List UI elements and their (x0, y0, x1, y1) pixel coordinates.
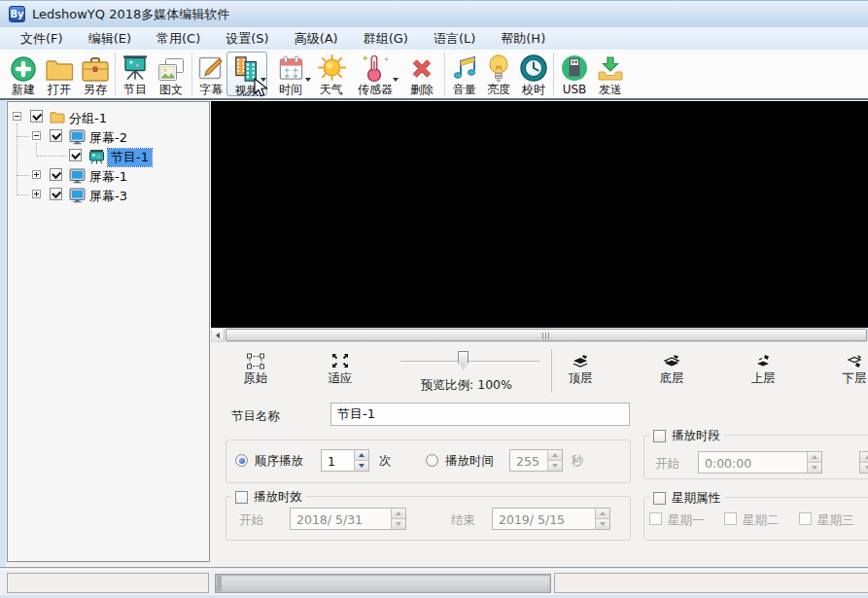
send-button[interactable]: 发送 (593, 52, 628, 96)
tree-checkbox[interactable] (50, 129, 62, 142)
time-sync-button[interactable]: 校时 (516, 52, 551, 96)
tree-item-label-selected[interactable]: 节目-1 (108, 149, 152, 166)
period-start-time-spinner[interactable]: 0:00:00 (698, 451, 822, 474)
monday-checkbox[interactable] (649, 512, 662, 525)
spinner-buttons (860, 452, 868, 473)
volume-button[interactable]: 音量 (447, 52, 482, 96)
preview-horizontal-scrollbar[interactable] (211, 328, 868, 342)
duration-play-label[interactable]: 播放时间 (445, 453, 494, 470)
spin-up-button[interactable] (596, 509, 609, 518)
tree-row-screen[interactable]: 屏幕-1 (8, 167, 207, 185)
menu-advanced[interactable]: 高级(A) (282, 27, 351, 51)
sensor-dropdown-icon[interactable] (393, 78, 399, 82)
tree-item-label[interactable]: 屏幕-3 (89, 188, 127, 205)
tree-checkbox[interactable] (50, 188, 62, 200)
tuesday-checkbox[interactable] (724, 512, 737, 525)
spin-down-button[interactable] (808, 462, 821, 473)
expand-expander-icon[interactable] (32, 190, 41, 198)
menu-language[interactable]: 语言(L) (421, 27, 488, 51)
tree-item-label[interactable]: 屏幕-1 (89, 168, 127, 186)
save-as-button[interactable]: 另存 (78, 52, 113, 96)
tree-checkbox[interactable] (69, 149, 82, 161)
bottom-layer-button[interactable]: 底层 (647, 351, 696, 385)
image-text-button[interactable]: 图文 (154, 52, 189, 96)
open-button[interactable]: 打开 (42, 52, 77, 96)
spin-up-button[interactable] (860, 452, 868, 462)
sequence-play-radio[interactable] (235, 454, 248, 467)
tree-checkbox[interactable] (50, 168, 62, 181)
new-button[interactable]: 新建 (6, 52, 41, 96)
weather-button[interactable]: 天气 (313, 52, 350, 96)
spinner-buttons (807, 452, 821, 473)
program-button[interactable]: 节目 (118, 52, 153, 96)
delete-button[interactable]: 删除 (402, 52, 441, 96)
brightness-button[interactable]: 亮度 (481, 52, 516, 96)
sensor-button[interactable]: 传感器 (351, 52, 399, 96)
spinner-buttons (547, 450, 562, 471)
menu-settings[interactable]: 设置(S) (213, 27, 281, 51)
spin-up-button[interactable] (392, 509, 405, 518)
validity-end-label: 结束 (451, 512, 475, 529)
menu-bar: 文件(F) 编辑(E) 常用(C) 设置(S) 高级(A) 群组(G) 语言(L… (0, 27, 868, 50)
spin-up-button[interactable] (548, 450, 562, 460)
menu-edit[interactable]: 编辑(E) (76, 27, 144, 51)
play-period-label[interactable]: 播放时段 (672, 428, 720, 444)
status-progress-bar (215, 574, 551, 593)
tree-item-label[interactable]: 屏幕-2 (89, 129, 127, 147)
spin-up-button[interactable] (355, 450, 368, 460)
validity-end-date-spinner[interactable]: 2019/ 5/15 (492, 508, 610, 530)
monitor-icon (69, 168, 86, 188)
validity-start-date-spinner[interactable]: 2018/ 5/31 (290, 508, 406, 530)
top-layer-button[interactable]: 顶层 (556, 351, 605, 385)
lower-layer-button[interactable]: 下层 (830, 351, 868, 385)
tree-row-screen[interactable]: 屏幕-3 (8, 187, 207, 204)
sequence-count-spinner[interactable]: 1 (321, 449, 369, 472)
spin-down-button[interactable] (355, 460, 368, 471)
menu-group[interactable]: 群组(G) (351, 27, 421, 51)
spin-down-button[interactable] (548, 460, 562, 471)
menu-file[interactable]: 文件(F) (8, 27, 76, 51)
tree-checkbox[interactable] (30, 110, 43, 123)
down-arrow-icon (396, 522, 401, 526)
play-validity-checkbox[interactable] (235, 491, 248, 504)
scrollbar-thumb[interactable] (226, 329, 867, 341)
play-period-checkbox[interactable] (653, 430, 666, 442)
tree-row-program[interactable]: 节目-1 (8, 148, 207, 165)
week-property-label[interactable]: 星期属性 (672, 490, 720, 507)
sequence-play-label[interactable]: 顺序播放 (255, 453, 303, 470)
menu-help[interactable]: 帮助(H) (488, 27, 558, 51)
play-validity-label[interactable]: 播放时效 (254, 489, 302, 506)
tree-row-group[interactable]: 分组-1 (8, 109, 207, 126)
time-button[interactable]: 时间 (271, 52, 310, 96)
tree-row-screen[interactable]: 屏幕-2 (8, 128, 207, 146)
zoom-slider-track[interactable] (400, 361, 539, 363)
up-arrow-icon (812, 455, 817, 459)
original-size-button[interactable]: 原始 (231, 351, 280, 385)
spin-down-button[interactable] (392, 518, 405, 529)
subtitle-button[interactable]: 字幕 (193, 52, 228, 96)
duration-play-radio[interactable] (426, 454, 438, 467)
spin-down-button[interactable] (860, 462, 868, 473)
collapse-expander-icon[interactable] (32, 131, 41, 140)
menu-common[interactable]: 常用(C) (144, 27, 213, 51)
spin-up-button[interactable] (808, 452, 821, 462)
tree-item-label[interactable]: 分组-1 (69, 110, 107, 127)
duration-spinner[interactable]: 255 (509, 449, 563, 472)
fit-button[interactable]: 适应 (316, 351, 365, 385)
wednesday-checkbox[interactable] (799, 512, 812, 525)
period-end-time-spinner[interactable] (859, 451, 868, 474)
upper-layer-button[interactable]: 上层 (739, 351, 787, 385)
time-dropdown-icon[interactable] (305, 78, 311, 82)
collapse-expander-icon[interactable] (13, 112, 21, 121)
scroll-left-button[interactable] (212, 329, 225, 341)
week-property-checkbox[interactable] (653, 492, 666, 505)
program-name-input[interactable] (330, 403, 630, 426)
usb-button[interactable]: USB (557, 52, 592, 96)
wednesday-label: 星期三 (817, 512, 854, 529)
program-node-icon (88, 149, 105, 168)
program-name-label: 节目名称 (231, 408, 280, 425)
preview-stage (211, 101, 868, 328)
expand-expander-icon[interactable] (32, 170, 41, 179)
spin-down-button[interactable] (596, 518, 609, 529)
down-arrow-icon (865, 466, 868, 470)
